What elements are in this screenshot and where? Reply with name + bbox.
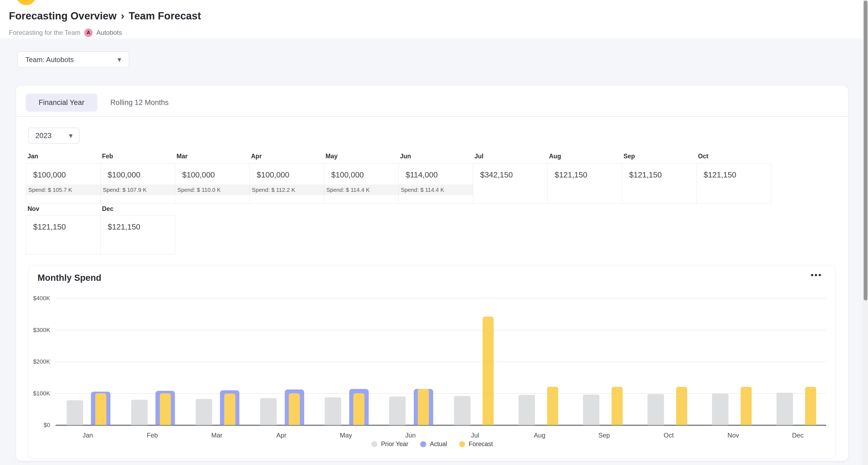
x-axis-tick-dec: Dec [782, 432, 814, 439]
spend-band: Spend: $ 112.2 K [250, 185, 324, 195]
legend-item-actual[interactable]: Actual [420, 440, 447, 448]
spend-band: Spend: $ 105.7 K [26, 185, 100, 195]
forecast-cell-mar[interactable]: $100,000Spend: $ 110.0 K [175, 163, 250, 204]
forecast-value: $121,150 [33, 223, 66, 231]
y-axis-tick: $0 [29, 422, 50, 429]
forecast-cell-aug[interactable]: $121,150 [547, 163, 622, 204]
x-axis-tick-jul: Jul [459, 432, 491, 439]
bar-forecast-jul [483, 317, 494, 425]
forecast-cell-sep[interactable]: $121,150 [622, 163, 696, 204]
legend-label: Actual [430, 440, 447, 448]
bar-actual-mar [220, 390, 239, 425]
bar-prior-year-nov [712, 394, 728, 425]
x-axis-tick-jun: Jun [394, 432, 427, 439]
gridline [56, 298, 826, 299]
year-dropdown[interactable]: 2023 ▾ [28, 128, 80, 144]
month-label-apr: Apr [251, 153, 262, 160]
month-label-sep: Sep [623, 153, 635, 160]
team-filter-dropdown[interactable]: Team: Autobots ▾ [17, 51, 129, 68]
bar-actual-may [349, 389, 369, 425]
forecast-value: $121,150 [629, 170, 662, 179]
forecast-value: $121,150 [704, 170, 736, 179]
app-header: Forecasting Overview›Team Forecast Forec… [0, 0, 868, 38]
forecast-value: $100,000 [331, 170, 364, 179]
month-label-jul: Jul [474, 153, 484, 160]
divider [16, 116, 848, 117]
x-axis-tick-may: May [330, 432, 362, 439]
bar-forecast-aug [547, 387, 558, 425]
spend-label: Spend: $ 107.9 K [101, 187, 147, 193]
bar-prior-year-mar [196, 399, 212, 425]
chevron-down-icon: ▾ [117, 56, 121, 63]
x-axis-tick-apr: Apr [265, 432, 298, 439]
spend-label: Spend: $ 112.2 K [250, 187, 295, 193]
spend-label: Spend: $ 105.7 K [26, 187, 72, 193]
monthly-spend-chart-card: Monthly Spend ••• $400K$300K$200K$100K$0… [28, 265, 835, 459]
month-label-oct: Oct [698, 153, 708, 160]
bar-forecast-jan [95, 393, 106, 425]
spend-band: Spend: $ 114.4 K [399, 185, 473, 195]
legend-item-forecast[interactable]: Forecast [459, 440, 493, 448]
bar-prior-year-may [325, 397, 341, 425]
forecast-cell-jun[interactable]: $114,000Spend: $ 114.4 K [398, 163, 473, 204]
forecast-value: $100,000 [182, 170, 215, 179]
year-dropdown-value: 2023 [35, 132, 52, 140]
vertical-scrollbar-track[interactable] [863, 0, 868, 465]
forecast-cell-jan[interactable]: $100,000Spend: $ 105.7 K [26, 163, 101, 204]
y-axis-tick: $300K [29, 327, 50, 334]
bar-prior-year-jul [454, 396, 470, 425]
bar-forecast-may [353, 393, 364, 425]
legend-dot-icon [420, 441, 426, 447]
bar-prior-year-jan [67, 400, 83, 425]
bar-forecast-dec [805, 387, 816, 425]
forecast-cell-apr[interactable]: $100,000Spend: $ 112.2 K [249, 163, 324, 204]
bar-actual-apr [285, 390, 304, 425]
spend-label: Spend: $ 114.4 K [324, 187, 370, 193]
breadcrumb: Forecasting Overview›Team Forecast [9, 10, 201, 22]
bar-prior-year-jun [389, 397, 406, 425]
spend-band: Spend: $ 110.0 K [175, 185, 249, 195]
spend-band: Spend: $ 107.9 K [101, 185, 175, 195]
month-label-jun: Jun [400, 153, 411, 160]
bar-forecast-sep [612, 387, 623, 425]
legend-item-prior-year[interactable]: Prior Year [371, 440, 408, 448]
forecast-value: $342,150 [480, 170, 513, 179]
bar-forecast-apr [289, 393, 300, 425]
month-label-feb: Feb [102, 153, 113, 160]
vertical-scrollbar-thumb[interactable] [864, 1, 867, 300]
forecast-value: $100,000 [257, 170, 289, 179]
month-label-jan: Jan [28, 153, 38, 160]
page-subtitle: Forecasting for the Team [9, 29, 81, 36]
forecast-cell-oct[interactable]: $121,150 [696, 163, 771, 204]
chart-legend: Prior YearActualForecast [29, 440, 836, 448]
forecast-cell-nov[interactable]: $121,150 [26, 215, 101, 254]
month-label-dec: Dec [102, 205, 113, 212]
x-axis-tick-aug: Aug [523, 432, 556, 439]
ellipsis-menu-icon[interactable]: ••• [810, 270, 822, 279]
view-tabs: Financial Year Rolling 12 Months [26, 94, 182, 112]
forecast-cell-jul[interactable]: $342,150 [473, 163, 548, 204]
y-axis-tick: $200K [29, 358, 50, 365]
forecast-cell-may[interactable]: $100,000Spend: $ 114.4 K [324, 163, 399, 204]
tab-financial-year[interactable]: Financial Year [26, 94, 97, 112]
forecast-value: $114,000 [406, 170, 438, 179]
bar-prior-year-dec [776, 393, 793, 425]
bar-actual-jan [91, 392, 111, 425]
x-axis-tick-jan: Jan [71, 432, 104, 439]
month-label-aug: Aug [549, 153, 561, 160]
x-axis-tick-oct: Oct [653, 432, 685, 439]
bar-actual-jun [414, 389, 433, 425]
breadcrumb-forecasting-overview[interactable]: Forecasting Overview [9, 10, 117, 22]
forecast-cell-dec[interactable]: $121,150 [100, 215, 175, 254]
bar-forecast-mar [224, 394, 235, 425]
bar-prior-year-sep [583, 395, 599, 425]
x-axis-tick-mar: Mar [200, 432, 233, 439]
legend-label: Forecast [469, 440, 493, 448]
forecast-value: $100,000 [33, 170, 66, 179]
app-logo-icon[interactable] [16, 0, 36, 5]
forecast-cell-feb[interactable]: $100,000Spend: $ 107.9 K [100, 163, 175, 204]
bar-prior-year-oct [648, 394, 664, 425]
legend-dot-icon [371, 441, 377, 447]
y-axis-tick: $100K [29, 390, 50, 397]
tab-rolling-12-months[interactable]: Rolling 12 Months [97, 94, 182, 112]
